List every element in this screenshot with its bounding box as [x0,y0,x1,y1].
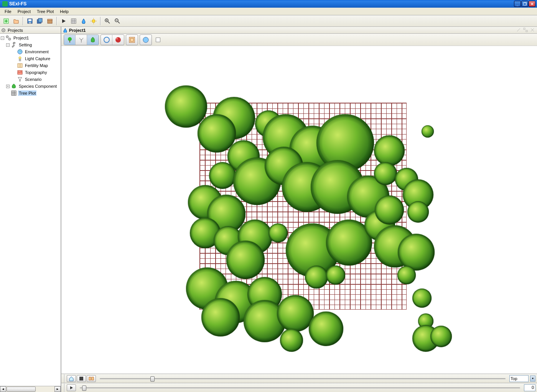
zoom-slider[interactable] [100,375,506,382]
pin-icon[interactable] [516,28,522,33]
slider-thumb[interactable] [150,376,155,382]
menu-project[interactable]: Project [15,8,34,15]
zoom-out-button[interactable] [113,16,122,26]
view-sphere-button[interactable] [112,35,124,45]
bottom-bar-time: 0 [61,383,537,392]
view-mode-dropdown-button[interactable]: ▼ [530,376,535,382]
tree-canopy[interactable] [412,289,432,308]
tree-node-treeplot[interactable]: Tree Plot [1,90,60,97]
tree-label: Light Capture [24,56,51,61]
tree-canopy[interactable] [422,125,434,138]
svg-point-53 [104,37,109,43]
tree-canopy[interactable] [201,298,240,336]
tree-canopy[interactable] [326,266,345,285]
table-button[interactable] [69,16,78,26]
terrain-icon [17,69,23,75]
new-project-button[interactable] [2,16,11,26]
tree-node-scenario[interactable]: Scenario [1,76,60,83]
menubar: File Project Tree Plot Help [0,8,537,15]
gear-icon [1,28,6,33]
svg-rect-59 [79,377,83,381]
view-frame-button[interactable] [126,35,138,45]
svg-rect-44 [524,28,525,30]
home-button[interactable] [67,375,76,382]
svg-line-51 [79,38,81,40]
tree-canopy[interactable] [277,295,314,332]
tree-canopy[interactable] [407,201,429,223]
view-tree-wire-button[interactable] [76,35,87,45]
view-globe-button[interactable] [140,35,152,45]
tree-canopy[interactable] [280,329,303,352]
tree-label: Fertility Map [24,63,49,68]
tree-node-fertility[interactable]: Fertility Map [1,62,60,69]
tree-canopy[interactable] [374,162,397,185]
zoom-in-button[interactable] [103,16,112,26]
project-tree: − Project1 − Setting Environment Light C… [0,34,61,386]
scroll-left-button[interactable]: ◄ [0,386,6,392]
menu-help[interactable]: Help [57,8,72,15]
water-button[interactable] [79,16,88,26]
split-button[interactable] [87,375,96,382]
tree-canopy[interactable] [209,162,236,189]
view-tree-green-button[interactable] [64,35,76,45]
minimize-button[interactable]: _ [514,1,521,7]
tree-label: Setting [18,42,33,48]
scroll-right-button[interactable]: ► [54,386,61,392]
tree-canopy[interactable] [375,195,404,225]
svg-rect-35 [18,64,22,67]
tree-canopy[interactable] [398,234,435,271]
save-button[interactable] [25,16,35,26]
light-button[interactable] [89,16,98,26]
bottom-bar-view: Top ▼ [61,374,537,383]
view-mode-select[interactable]: Top [509,375,529,382]
tree-canopy[interactable] [268,223,288,243]
main-toolbar [0,15,537,27]
play-button[interactable] [67,384,76,391]
tree-node-project[interactable]: − Project1 [1,34,60,41]
maximize-panel-icon[interactable] [523,28,529,33]
run-button[interactable] [59,16,68,26]
tree-node-species[interactable]: + Species Component [1,83,60,90]
menu-file[interactable]: File [2,8,15,15]
view-checkbox[interactable] [156,38,160,42]
scroll-track[interactable] [6,386,54,392]
plot-view[interactable] [176,87,422,333]
svg-rect-56 [129,37,135,43]
svg-rect-4 [28,19,31,21]
scroll-thumb[interactable] [7,387,36,392]
tree-canopy[interactable] [305,266,328,289]
tree-node-environment[interactable]: Environment [1,48,60,55]
tree-toggle-icon[interactable]: − [1,36,4,40]
tree-canopy[interactable] [374,135,405,166]
view-circle-button[interactable] [101,35,112,45]
sidebar-hscroll[interactable]: ◄ ► [0,386,61,392]
menu-treeplot[interactable]: Tree Plot [34,8,57,15]
svg-line-52 [81,38,83,40]
tree-canopy[interactable] [226,241,265,279]
close-panel-icon[interactable] [530,28,535,33]
tree-toggle-icon[interactable]: + [6,85,10,88]
slider-thumb[interactable] [82,385,86,391]
tree-canopy[interactable] [165,85,207,128]
content-area: Project1 [61,27,537,392]
maximize-button[interactable]: ❐ [521,1,528,7]
fit-screen-button[interactable] [77,375,86,382]
time-slider[interactable] [80,384,520,391]
tree-canopy[interactable] [430,326,452,347]
open-project-button[interactable] [12,16,21,26]
view-group-shape [100,34,124,45]
tree-node-light[interactable]: Light Capture [1,55,60,62]
close-button[interactable]: ✕ [529,1,535,7]
titlebar-text: SExI-FS [9,1,514,7]
save-all-button[interactable] [35,16,44,26]
tree-canopy[interactable] [397,266,416,284]
tree-canopy[interactable] [309,312,343,346]
svg-line-26 [118,21,120,23]
tree-node-topography[interactable]: Topography [1,69,60,76]
wrench-icon [11,42,17,48]
canvas-area[interactable] [61,46,537,374]
tree-node-setting[interactable]: − Setting [1,41,60,48]
view-leaf-button[interactable] [87,35,99,45]
package-button[interactable] [45,16,54,26]
tree-toggle-icon[interactable]: − [6,43,10,47]
